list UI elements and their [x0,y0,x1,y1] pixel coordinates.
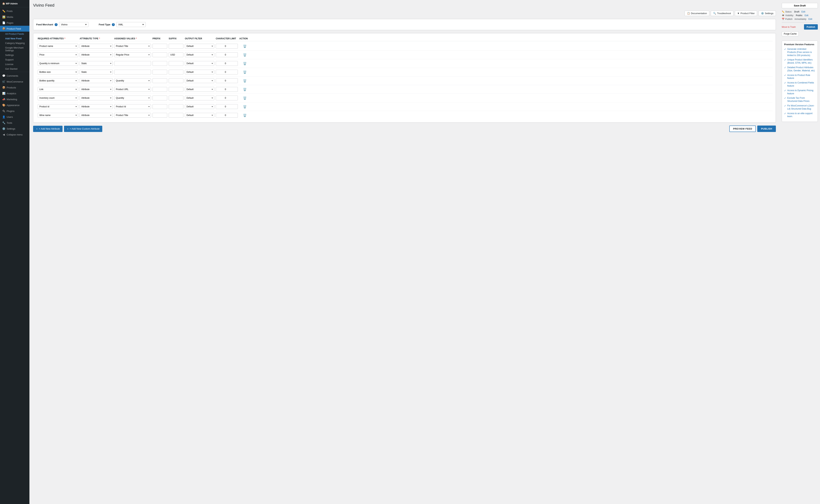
add-custom-attribute-button[interactable]: ＋ + Add New Custom Attribute [64,126,102,132]
attr-type-select-0[interactable]: Attribute [80,44,113,49]
sidebar-item-tools[interactable]: 🔧 Tools [0,120,29,126]
sidebar-item-marketing[interactable]: 📣 Marketing [0,96,29,102]
prefix-input-0[interactable] [152,44,167,49]
merchant-help-icon[interactable]: ? [55,23,58,26]
char-limit-input-3[interactable] [216,70,238,74]
output-filter-select-3[interactable]: Default [185,70,214,74]
delete-button-1[interactable]: 🗑️ [239,53,250,57]
premium-link-3[interactable]: Access to Product Rule feature [787,74,815,80]
attr-type-select-6[interactable]: Attribute [80,96,113,100]
required-attr-select-3[interactable]: Bottles size [38,70,78,74]
sidebar-item-pages[interactable]: 📄 Pages [0,20,29,26]
prefix-input-7[interactable] [152,104,167,109]
required-attr-select-0[interactable]: Product name [38,44,78,49]
assigned-value-select-1[interactable]: Regular Price [114,52,151,57]
assigned-value-select-8[interactable]: Product Title [114,113,151,118]
required-attr-select-1[interactable]: Price [38,52,78,57]
delete-button-2[interactable]: 🗑️ [239,62,250,65]
suffix-input-0[interactable] [169,44,183,49]
assigned-value-select-0[interactable]: Product Title [114,44,151,49]
troubleshoot-button[interactable]: 🔍 Troubleshoot [711,11,733,16]
publish-right-button[interactable]: Publish [804,24,818,30]
suffix-input-6[interactable] [169,96,183,100]
delete-button-7[interactable]: 🗑️ [239,105,250,108]
char-limit-input-8[interactable] [216,113,238,118]
suffix-input-2[interactable] [169,61,183,66]
assigned-value-input-2[interactable] [114,61,151,66]
suffix-input-5[interactable] [169,87,183,92]
premium-link-7[interactable]: Fix WooCommerce's (Json-Ld) Structured D… [787,104,815,110]
merchant-select[interactable]: Vivino [59,22,88,27]
delete-button-6[interactable]: 🗑️ [239,96,250,100]
output-filter-select-6[interactable]: Default [185,96,214,100]
delete-button-4[interactable]: 🗑️ [239,79,250,83]
attr-type-select-4[interactable]: Attribute [80,78,113,83]
premium-link-1[interactable]: Unique Product Identifiers (Brand, GTIN,… [787,58,815,65]
delete-button-8[interactable]: 🗑️ [239,114,250,117]
suffix-input-7[interactable] [169,104,183,109]
prefix-input-4[interactable] [152,78,167,83]
char-limit-input-2[interactable] [216,61,238,66]
sidebar-item-posts[interactable]: ✏️ Posts [0,8,29,14]
delete-button-5[interactable]: 🗑️ [239,88,250,91]
output-filter-select-1[interactable]: Default [185,52,214,57]
required-attr-select-4[interactable]: Bottles quantity [38,78,78,83]
sidebar-item-users[interactable]: 👤 Users [0,114,29,120]
save-draft-button[interactable]: Save Draft [782,3,818,8]
premium-link-2[interactable]: Detailed Product Attributes (Size, Gende… [787,66,815,72]
preview-feed-button[interactable]: PREVIEW FEED [729,126,756,132]
assigned-value-select-7[interactable]: Product Id [114,104,151,109]
prefix-input-3[interactable] [152,70,167,74]
sidebar-item-collapse[interactable]: ◀ Collapse menu [0,132,29,137]
prefix-input-2[interactable] [152,61,167,66]
product-filter-button[interactable]: ▼ Product Filter [735,11,757,16]
assigned-value-select-5[interactable]: Product URL [114,87,151,92]
settings-button[interactable]: ⚙️ Settings [759,11,776,16]
add-attribute-button[interactable]: ＋ + Add New Attribute [33,126,63,132]
char-limit-input-5[interactable] [216,87,238,92]
prefix-input-6[interactable] [152,96,167,100]
sidebar-item-product-feed[interactable]: 📦 Product Feed [0,26,29,32]
sidebar-item-plugins[interactable]: 🔌 Plugins [0,108,29,114]
attr-type-select-3[interactable]: Static [80,70,113,74]
output-filter-select-7[interactable]: Default [185,104,214,109]
sidebar-item-products[interactable]: 📦 Products [0,85,29,90]
purge-cache-button[interactable]: Purge Cache [782,31,799,36]
required-attr-select-6[interactable]: Inventory count [38,96,78,100]
suffix-input-8[interactable] [169,113,183,118]
publish-edit-link[interactable]: Edit [808,18,812,20]
required-attr-select-7[interactable]: Product id [38,104,78,109]
sidebar-sub-support[interactable]: Support [0,57,29,62]
move-to-trash-link[interactable]: Move to Trash [782,26,796,28]
suffix-input-4[interactable] [169,78,183,83]
visibility-edit-link[interactable]: Edit [805,14,808,17]
feed-type-help-icon[interactable]: ? [112,23,115,26]
output-filter-select-5[interactable]: Default [185,87,214,92]
premium-link-5[interactable]: Access to Dynamic Pricing feature [787,89,815,95]
sidebar-item-woocommerce[interactable]: 🛒 WooCommerce [0,79,29,85]
required-attr-select-2[interactable]: Quantity is minimum [38,61,78,66]
sidebar-sub-get-started[interactable]: Get Started [0,67,29,71]
output-filter-select-4[interactable]: Default [185,78,214,83]
char-limit-input-7[interactable] [216,104,238,109]
suffix-input-1[interactable] [169,52,183,57]
sidebar-item-comments[interactable]: 💬 Comments [0,73,29,79]
delete-button-0[interactable]: 🗑️ [239,44,250,48]
prefix-input-5[interactable] [152,87,167,92]
premium-link-8[interactable]: Access to an elite support team. [787,112,815,118]
output-filter-select-0[interactable]: Default [185,44,214,49]
assigned-value-input-3[interactable] [114,70,151,74]
required-attr-select-8[interactable]: Wine name [38,113,78,118]
attr-type-select-5[interactable]: Attribute [80,87,113,92]
sidebar-sub-category-mapping[interactable]: Category Mapping [0,41,29,45]
attr-type-select-7[interactable]: Attribute [80,104,113,109]
char-limit-input-0[interactable] [216,44,238,49]
delete-button-3[interactable]: 🗑️ [239,70,250,74]
premium-link-6[interactable]: Exclude Tax From Structured Data Prices [787,96,815,103]
char-limit-input-6[interactable] [216,96,238,100]
required-attr-select-5[interactable]: Link [38,87,78,92]
assigned-value-select-4[interactable]: Quantity [114,78,151,83]
output-filter-select-8[interactable]: Default [185,113,214,118]
char-limit-input-4[interactable] [216,78,238,83]
documentation-button[interactable]: 📋 Documentation [685,11,709,16]
